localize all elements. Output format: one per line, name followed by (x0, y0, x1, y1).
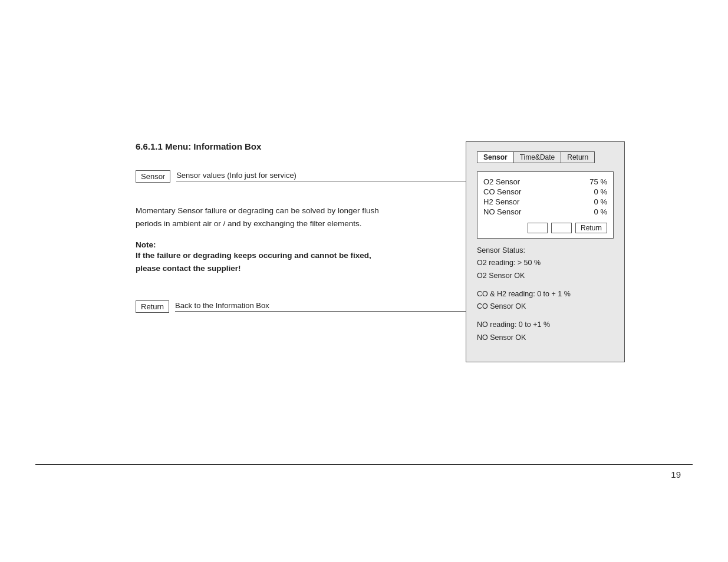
status-co-h2-reading: CO & H2 reading: 0 to + 1 % (477, 288, 614, 300)
status-no-reading: NO reading: 0 to +1 % (477, 319, 614, 331)
tab-sensor[interactable]: Sensor (477, 151, 514, 163)
co-sensor-value: 0 % (594, 187, 607, 196)
table-row-co: CO Sensor 0 % (483, 187, 607, 197)
note-text: If the failure or degrading keeps occuri… (136, 249, 389, 275)
table-row-h2: H2 Sensor 0 % (483, 197, 607, 207)
sensor-table: O2 Sensor 75 % CO Sensor 0 % H2 Sensor 0… (477, 171, 614, 239)
tab-time-date[interactable]: Time&Date (514, 151, 562, 163)
table-row-no: NO Sensor 0 % (483, 207, 607, 217)
co-sensor-label: CO Sensor (483, 187, 521, 196)
note-block: Note: If the failure or degrading keeps … (136, 240, 389, 275)
h2-sensor-label: H2 Sensor (483, 197, 519, 206)
table-row-o2: O2 Sensor 75 % (483, 177, 607, 187)
status-group-o2: Sensor Status: O2 reading: > 50 % O2 Sen… (477, 244, 614, 282)
device-tabs: Sensor Time&Date Return (477, 151, 614, 163)
status-co-ok: CO Sensor OK (477, 300, 614, 313)
body-paragraph: Momentary Sensor failure or degrading ca… (136, 204, 389, 230)
table-return-btn[interactable]: Return (575, 223, 607, 233)
device-panel: Sensor Time&Date Return O2 Sensor 75 % C… (466, 141, 625, 362)
tab-return[interactable]: Return (561, 151, 595, 163)
status-no-ok: NO Sensor OK (477, 332, 614, 344)
status-o2-ok: O2 Sensor OK (477, 270, 614, 282)
o2-sensor-label: O2 Sensor (483, 177, 520, 186)
blank-btn-2[interactable] (551, 223, 572, 233)
no-sensor-value: 0 % (594, 207, 607, 216)
status-group-no: NO reading: 0 to +1 % NO Sensor OK (477, 319, 614, 344)
page-number: 19 (671, 470, 681, 480)
paragraph-text: Momentary Sensor failure or degrading ca… (136, 206, 379, 228)
no-sensor-label: NO Sensor (483, 207, 521, 216)
return-button[interactable]: Return (136, 300, 169, 313)
sensor-button[interactable]: Sensor (136, 170, 170, 183)
h2-sensor-value: 0 % (594, 197, 607, 206)
o2-sensor-value: 75 % (589, 177, 607, 186)
status-text-area: Sensor Status: O2 reading: > 50 % O2 Sen… (477, 244, 614, 344)
status-o2-reading: O2 reading: > 50 % (477, 257, 614, 269)
status-group-co-h2: CO & H2 reading: 0 to + 1 % CO Sensor OK (477, 288, 614, 313)
status-sensor-label: Sensor Status: (477, 244, 614, 257)
bottom-divider (35, 464, 693, 465)
table-footer: Return (483, 220, 607, 233)
note-label: Note: (136, 240, 389, 249)
blank-btn-1[interactable] (528, 223, 548, 233)
